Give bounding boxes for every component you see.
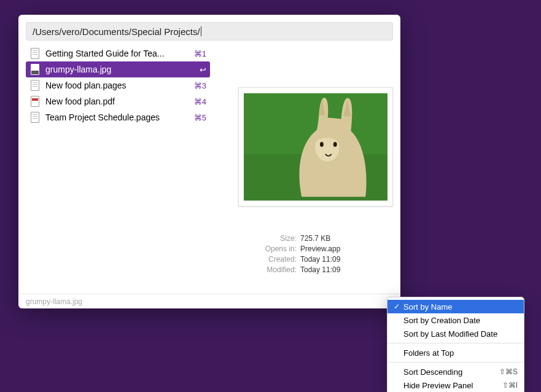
footer-filename: grumpy-llama.jpg (26, 297, 82, 306)
meta-value: Today 11:09 (300, 265, 393, 275)
menu-label: Folders at Top (403, 348, 518, 358)
meta-value: 725.7 KB (300, 233, 393, 244)
file-row[interactable]: New food plan.pages ⌘3 (26, 77, 210, 93)
menu-item-hide-preview-panel[interactable]: Hide Preview Panel ⇧⌘I (387, 378, 524, 392)
launcher-panel: /Users/vero/Documents/Special Projects/ … (18, 15, 400, 308)
file-row[interactable]: New food plan.pdf ⌘4 (26, 93, 210, 109)
file-name: New food plan.pdf (45, 96, 189, 106)
meta-label: Opens in: (238, 244, 297, 254)
file-shortcut: ⌘1 (194, 49, 206, 58)
svg-point-2 (320, 142, 324, 147)
text-cursor (201, 26, 201, 36)
sort-context-menu: ✓ Sort by Name Sort by Creation Date Sor… (387, 297, 524, 392)
meta-value: Today 11:09 (300, 254, 393, 265)
menu-separator (387, 343, 524, 343)
menu-item-folders-at-top[interactable]: Folders at Top (387, 346, 524, 359)
menu-item-sort-by-last-modified-date[interactable]: Sort by Last Modified Date (387, 327, 524, 340)
file-shortcut: ↩ (200, 65, 206, 74)
meta-row-size: Size: 725.7 KB (238, 233, 393, 244)
menu-item-sort-by-name[interactable]: ✓ Sort by Name (387, 300, 524, 313)
path-input[interactable]: /Users/vero/Documents/Special Projects/ (26, 22, 393, 41)
file-name: Getting Started Guide for Tea... (45, 49, 189, 58)
file-list: Getting Started Guide for Tea... ⌘1 grum… (26, 45, 210, 294)
menu-shortcut: ⇧⌘I (502, 381, 518, 390)
menu-item-sort-descending[interactable]: Sort Descending ⇧⌘S (387, 365, 524, 378)
menu-label: Hide Preview Panel (403, 381, 500, 390)
file-shortcut: ⌘4 (194, 97, 206, 106)
file-row[interactable]: Getting Started Guide for Tea... ⌘1 (26, 45, 210, 61)
menu-shortcut: ⇧⌘S (499, 367, 518, 376)
menu-separator (387, 362, 524, 363)
meta-label: Modified: (238, 265, 297, 275)
jpeg-file-icon (29, 63, 41, 76)
menu-label: Sort by Last Modified Date (403, 329, 518, 339)
menu-label: Sort by Name (403, 302, 518, 312)
file-shortcut: ⌘3 (194, 81, 206, 90)
file-name: Team Project Schedule.pages (45, 112, 189, 122)
meta-row-modified: Modified: Today 11:09 (238, 265, 393, 275)
meta-row-created: Created: Today 11:09 (238, 254, 393, 265)
pages-file-icon (29, 79, 41, 92)
panel-footer: grumpy-llama.jpg ↓ (18, 294, 400, 308)
content-area: Getting Started Guide for Tea... ⌘1 grum… (18, 45, 400, 294)
llama-image-icon (244, 93, 387, 201)
svg-point-3 (333, 142, 337, 147)
menu-label: Sort by Creation Date (403, 316, 518, 325)
meta-row-opens: Opens in: Preview.app (238, 244, 393, 254)
file-row[interactable]: Team Project Schedule.pages ⌘5 (26, 109, 210, 125)
file-name: New food plan.pages (45, 80, 189, 90)
file-name: grumpy-llama.jpg (45, 65, 195, 74)
menu-label: Sort Descending (403, 367, 497, 377)
pdf-file-icon (29, 95, 41, 108)
path-input-value: /Users/vero/Documents/Special Projects/ (33, 26, 200, 37)
meta-label: Created: (238, 254, 297, 265)
meta-value: Preview.app (300, 244, 393, 254)
file-row[interactable]: grumpy-llama.jpg ↩ (26, 61, 210, 77)
check-icon: ✓ (392, 302, 401, 311)
preview-area: Size: 725.7 KB Opens in: Preview.app Cre… (216, 45, 393, 294)
meta-label: Size: (238, 233, 297, 244)
file-metadata: Size: 725.7 KB Opens in: Preview.app Cre… (238, 233, 393, 275)
menu-item-sort-by-creation-date[interactable]: Sort by Creation Date (387, 313, 524, 327)
pages-file-icon (29, 111, 41, 123)
file-shortcut: ⌘5 (194, 113, 206, 122)
preview-thumbnail (238, 87, 393, 206)
pages-file-icon (29, 47, 41, 60)
